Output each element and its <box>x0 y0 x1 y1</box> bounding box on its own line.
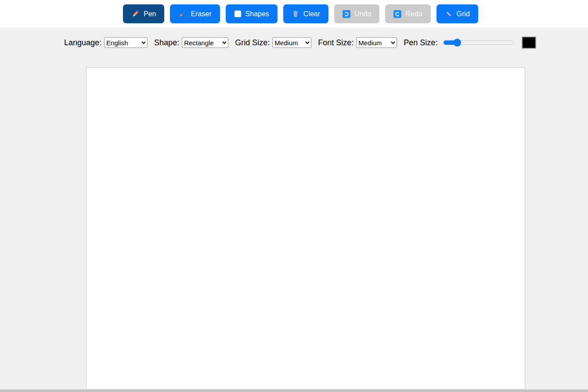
undo-button[interactable]: Undo <box>334 4 379 23</box>
grid-pencil-icon <box>445 10 453 18</box>
undo-button-label: Undo <box>354 10 371 18</box>
brush-icon <box>178 10 187 18</box>
shapes-button-label: Shapes <box>245 10 269 18</box>
language-label: Language: <box>64 38 101 47</box>
toolbar: Pen Eraser Shapes <box>0 0 588 28</box>
language-select[interactable]: English <box>104 37 148 48</box>
redo-button-label: Redo <box>405 10 422 18</box>
grid-size-label: Grid Size: <box>235 38 270 47</box>
eraser-button-label: Eraser <box>191 10 211 18</box>
clear-button[interactable]: Clear <box>283 4 328 23</box>
wastebasket-icon <box>292 10 299 18</box>
pen-color-swatch[interactable] <box>522 36 536 49</box>
undo-arrow-icon <box>343 10 350 18</box>
square-icon <box>234 10 242 18</box>
grid-button[interactable]: Grid <box>436 4 478 23</box>
shape-label: Shape: <box>154 38 179 47</box>
clear-button-label: Clear <box>303 10 320 18</box>
horizontal-scrollbar-thumb[interactable] <box>0 389 588 392</box>
pencil-icon <box>131 10 140 18</box>
drawing-canvas[interactable] <box>86 67 525 392</box>
grid-size-select[interactable]: Medium <box>272 37 311 48</box>
redo-arrow-icon <box>393 10 401 18</box>
pen-size-label: Pen Size: <box>404 38 437 47</box>
horizontal-scrollbar[interactable] <box>0 389 588 392</box>
font-size-select[interactable]: Medium <box>356 37 397 48</box>
redo-button[interactable]: Redo <box>385 4 430 23</box>
pen-size-slider[interactable] <box>444 39 514 47</box>
pen-button[interactable]: Pen <box>123 4 164 23</box>
shape-select[interactable]: Rectangle <box>182 37 228 48</box>
shapes-button[interactable]: Shapes <box>226 4 278 23</box>
toolbar-button-row: Pen Eraser Shapes <box>123 4 478 23</box>
font-size-label: Font Size: <box>318 38 354 47</box>
pen-button-label: Pen <box>144 10 156 18</box>
eraser-button[interactable]: Eraser <box>170 4 220 23</box>
settings-row: Language: English Shape: Rectangle Grid … <box>64 36 536 49</box>
slider-thumb[interactable] <box>453 39 461 47</box>
grid-button-label: Grid <box>457 10 470 18</box>
